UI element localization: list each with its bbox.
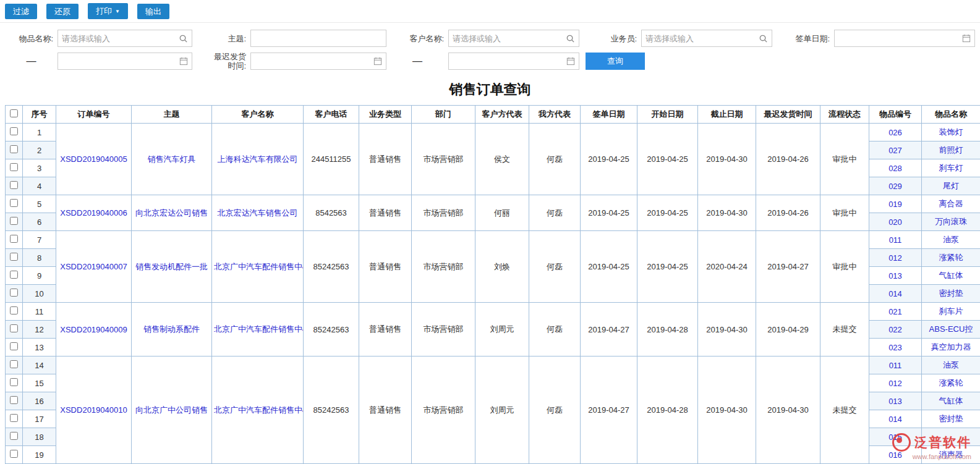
item-no-link[interactable]: 029 xyxy=(888,182,902,191)
row-checkbox[interactable] xyxy=(10,127,18,135)
sign-date-cell: 2019-04-27 xyxy=(581,303,637,356)
print-button[interactable]: 打印▼ xyxy=(88,3,128,19)
item-no-link[interactable]: 013 xyxy=(888,271,902,281)
subject-link[interactable]: 销售制动系配件 xyxy=(143,324,200,334)
row-checkbox[interactable] xyxy=(10,450,18,458)
item-name-input[interactable] xyxy=(58,31,179,46)
item-no-link[interactable]: 026 xyxy=(888,128,902,137)
subject-link[interactable]: 向北京宏达公司销售 xyxy=(135,208,208,217)
row-checkbox[interactable] xyxy=(10,414,18,422)
calendar-icon[interactable] xyxy=(566,57,575,65)
customer-link[interactable]: 北京宏达汽车销售公司 xyxy=(218,208,298,217)
order-number-link[interactable]: XSDD2019040010 xyxy=(60,405,127,415)
item-no-link[interactable]: 020 xyxy=(888,217,902,227)
row-checkbox[interactable] xyxy=(10,432,18,440)
calendar-icon[interactable] xyxy=(962,34,971,43)
row-checkbox[interactable] xyxy=(10,181,18,189)
item-name-link[interactable]: 万向滚珠 xyxy=(935,217,967,226)
sign-date-start-input[interactable] xyxy=(835,31,962,46)
item-name-link[interactable]: 涨紧轮 xyxy=(939,253,963,262)
item-name-link[interactable]: 气缸体 xyxy=(939,271,963,280)
item-no-link[interactable]: 013 xyxy=(888,397,902,406)
item-no-link[interactable]: 014 xyxy=(888,415,902,424)
row-checkbox[interactable] xyxy=(10,271,18,279)
item-no-link[interactable]: 011 xyxy=(889,235,902,245)
row-index: 8 xyxy=(23,249,56,267)
row-checkbox[interactable] xyxy=(10,289,18,297)
row-checkbox[interactable] xyxy=(10,378,18,386)
salesman-input[interactable] xyxy=(642,31,759,46)
order-number-link[interactable]: XSDD2019040006 xyxy=(60,208,127,217)
item-no-link[interactable]: 027 xyxy=(888,146,902,155)
latest-ship-start-input[interactable] xyxy=(251,54,373,69)
customer-name-label: 客户名称: xyxy=(386,34,448,43)
item-no-link[interactable]: 021 xyxy=(888,307,902,316)
item-no-link[interactable]: 012 xyxy=(888,253,902,263)
item-name-link[interactable]: 前照灯 xyxy=(939,145,963,154)
item-name-link[interactable]: 刹车片 xyxy=(939,306,963,316)
customer-link[interactable]: 北京广中汽车配件销售中心 xyxy=(214,262,304,271)
item-no-link[interactable]: 022 xyxy=(888,325,902,334)
customer-link[interactable]: 北京广中汽车配件销售中心 xyxy=(214,324,304,334)
item-no-link[interactable]: 028 xyxy=(888,164,902,173)
subject-link[interactable]: 向北京广中公司销售 xyxy=(135,405,208,415)
calendar-icon[interactable] xyxy=(179,57,188,65)
column-header: 物品编号 xyxy=(869,106,922,124)
row-checkbox[interactable] xyxy=(10,360,18,368)
item-name-link[interactable]: ABS-ECU控 xyxy=(929,324,973,334)
row-index: 3 xyxy=(23,159,56,177)
row-checkbox[interactable] xyxy=(10,253,18,261)
item-name-link[interactable]: 气缸体 xyxy=(939,396,963,405)
item-name-link[interactable]: 离合器 xyxy=(939,199,963,208)
column-header: 最迟发货时间 xyxy=(756,106,820,124)
item-name-link[interactable]: 真空加力器 xyxy=(931,342,971,352)
row-checkbox[interactable] xyxy=(10,306,18,314)
cust-rep-cell: 刘周元 xyxy=(475,356,529,464)
query-button[interactable]: 查询 xyxy=(586,53,645,70)
item-name-link[interactable]: 密封垫 xyxy=(939,414,963,423)
order-number-link[interactable]: XSDD2019040009 xyxy=(60,325,127,334)
sign-date-end-input[interactable] xyxy=(58,54,179,69)
select-all-checkbox[interactable] xyxy=(10,109,18,117)
subject-link[interactable]: 销售发动机配件一批 xyxy=(135,262,208,271)
item-name-link[interactable]: 油泵 xyxy=(943,235,959,244)
latest-ship-end-input[interactable] xyxy=(449,54,566,69)
item-no-link[interactable]: 014 xyxy=(888,289,902,298)
calendar-icon[interactable] xyxy=(373,57,382,65)
subject-input[interactable] xyxy=(251,31,386,46)
item-name-link[interactable]: 尾灯 xyxy=(943,181,959,190)
row-checkbox[interactable] xyxy=(10,217,18,225)
item-name-link[interactable]: 涨紧轮 xyxy=(939,378,963,387)
item-name-link[interactable]: 刹车灯 xyxy=(939,163,963,172)
item-no-link[interactable]: 011 xyxy=(889,361,902,370)
row-checkbox[interactable] xyxy=(10,396,18,404)
item-name-link[interactable]: 密封垫 xyxy=(939,289,963,298)
row-checkbox[interactable] xyxy=(10,324,18,332)
row-checkbox[interactable] xyxy=(10,145,18,153)
search-icon[interactable] xyxy=(566,34,575,43)
row-checkbox[interactable] xyxy=(10,163,18,171)
search-icon[interactable] xyxy=(179,34,188,43)
item-name-link[interactable]: 装饰灯 xyxy=(939,127,963,137)
search-icon[interactable] xyxy=(759,34,768,43)
restore-button[interactable]: 还原 xyxy=(46,4,79,19)
customer-link[interactable]: 上海科达汽车有限公司 xyxy=(218,154,298,164)
row-checkbox[interactable] xyxy=(10,235,18,243)
table-row: 14XSDD2019040010向北京广中公司销售北京广中汽车配件销售中心852… xyxy=(6,356,980,374)
print-button-label: 打印 xyxy=(96,6,112,15)
item-no-link[interactable]: 012 xyxy=(888,379,902,388)
item-no-link[interactable]: 019 xyxy=(888,200,902,209)
customer-input[interactable] xyxy=(449,31,566,46)
subject-link[interactable]: 销售汽车灯具 xyxy=(148,154,196,164)
export-button[interactable]: 输出 xyxy=(137,4,169,19)
order-number-link[interactable]: XSDD2019040007 xyxy=(60,262,127,271)
sign-date-label: 签单日期: xyxy=(772,34,834,43)
filter-button[interactable]: 过滤 xyxy=(5,4,37,19)
row-checkbox[interactable] xyxy=(10,342,18,350)
item-no-link[interactable]: 023 xyxy=(888,343,902,352)
orders-table: 序号订单编号主题客户名称客户电话业务类型部门客户方代表我方代表签单日期开始日期截… xyxy=(5,105,980,464)
item-name-link[interactable]: 油泵 xyxy=(943,360,959,369)
order-number-link[interactable]: XSDD2019040005 xyxy=(60,154,127,164)
customer-link[interactable]: 北京广中汽车配件销售中心 xyxy=(214,405,304,415)
row-checkbox[interactable] xyxy=(10,199,18,207)
